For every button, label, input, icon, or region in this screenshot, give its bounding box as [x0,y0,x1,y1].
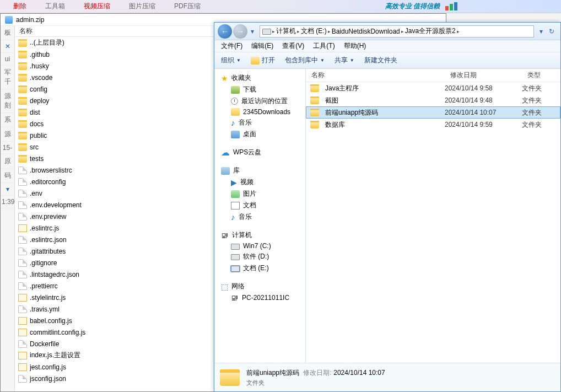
folder-icon [18,51,27,58]
nav-drive-c[interactable]: Win7 (C:) [214,241,305,251]
zip-icon [5,16,13,24]
folder-type: 文件夹 [522,108,560,117]
back-button[interactable]: ← [218,24,232,39]
folder-row[interactable]: Java主程序2024/10/14 9:58文件夹 [306,82,560,94]
breadcrumb-seg: BaiduNetdiskDownload▸ [332,28,404,35]
music-icon: ♪ [231,214,235,221]
archive-left-strip: 板 ✕ ui 军千 源刻 系 源 15- 原 码 ▾ 1:39 [1,26,15,391]
file-icon [18,340,27,348]
folder-icon [310,84,319,92]
addr-dropdown[interactable]: ▾ [537,28,545,35]
nav-videos[interactable]: ▶视频 [214,176,305,188]
nav-downloads[interactable]: 下载 [214,84,305,95]
folder-row[interactable]: 前端uniapp纯源码2024/10/14 10:07文件夹 [306,106,560,119]
navigation-pane: ★收藏夹 下载 最近访问的位置 2345Downloads ♪音乐 桌面 ☁WP… [214,69,306,363]
js-icon [18,352,27,359]
address-bar[interactable]: ▸ 计算机▸ 文档 (E:)▸ BaiduNetdiskDownload▸ Ja… [260,25,534,37]
nav-recent[interactable]: 最近访问的位置 [214,95,305,107]
drive-icon [231,244,240,250]
explorer-menubar: 文件(F) 编辑(E) 查看(V) 工具(T) 帮助(H) [214,40,560,52]
nav-music[interactable]: ♪音乐 [214,117,305,128]
nav-favorites[interactable]: ★收藏夹 [214,72,305,84]
details-type: 文件夹 [246,379,385,387]
folder-date: 2024/10/14 9:59 [445,121,522,128]
organize-button[interactable]: 组织▼ [221,56,241,65]
js-icon [18,363,27,371]
file-icon [18,259,27,267]
nav-drive-d[interactable]: 软件 (D:) [214,251,305,262]
toolbar-video[interactable]: 视频压缩 [84,2,110,11]
nav-pc[interactable]: 🖳PC-20211011IC [214,292,305,303]
refresh-button[interactable]: ↻ [546,28,557,35]
file-icon [18,305,27,313]
drive-icon [231,254,240,260]
nav-drive-e[interactable]: 文档 (E:) [214,262,305,274]
menu-help[interactable]: 帮助(H) [344,41,366,51]
menu-tools[interactable]: 工具(T) [313,41,335,51]
folder-icon [18,74,27,82]
bar-chart-icon [445,2,462,10]
dropdown-icon[interactable]: ▾ [1,183,14,196]
include-button[interactable]: 包含到库中▼ [285,56,325,65]
nav-pictures[interactable]: 图片 [214,188,305,200]
col-name[interactable]: 名称 [306,71,445,80]
folder-name: 截图 [325,96,338,105]
col-type[interactable]: 类型 [522,71,560,80]
nav-2345[interactable]: 2345Downloads [214,107,305,117]
breadcrumb-seg: Java全开源股票2▸ [405,26,460,36]
col-date[interactable]: 修改日期 [445,71,522,80]
nav-wps[interactable]: ☁WPS云盘 [214,147,305,158]
folder-icon [18,143,27,151]
file-icon [18,190,27,197]
file-icon [18,282,27,290]
nav-music2[interactable]: ♪音乐 [214,211,305,223]
background-app-toolbar: 删除 工具箱 视频压缩 图片压缩 PDF压缩 高效专业 值得信赖 [0,0,561,13]
star-icon: ★ [221,74,228,82]
cloud-icon: ☁ [221,149,230,156]
folder-row[interactable]: 数据库2024/10/14 9:59文件夹 [306,119,560,131]
toolbar-pdf[interactable]: PDF压缩 [174,2,201,11]
file-icon [18,236,27,244]
nav-documents[interactable]: 文档 [214,200,305,211]
menu-view[interactable]: 查看(V) [282,41,304,51]
content-header: 名称 修改日期 类型 [306,69,560,82]
nav-libraries[interactable]: 库 [214,165,305,176]
folder-type: 文件夹 [522,84,560,93]
newfolder-button[interactable]: 新建文件夹 [364,56,397,65]
nav-computer[interactable]: 🖳计算机 [214,229,305,241]
folder-icon [231,108,240,116]
nav-desktop[interactable]: 桌面 [214,128,305,140]
folder-icon [18,155,27,163]
folder-name: 数据库 [325,120,345,130]
folder-large-icon [220,369,240,386]
folder-type: 文件夹 [522,96,560,105]
forward-button[interactable]: → [233,24,247,39]
toolbar-delete[interactable]: 删除 [13,2,26,11]
folder-icon [310,96,319,104]
toolbar-image[interactable]: 图片压缩 [129,2,155,11]
share-button[interactable]: 共享▼ [335,56,354,65]
folder-icon [18,62,27,70]
toolbar-toolbox[interactable]: 工具箱 [45,2,65,11]
picture-icon [231,190,240,198]
menu-file[interactable]: 文件(F) [221,41,242,51]
folder-date: 2024/10/14 9:58 [445,84,522,92]
js-icon [18,224,27,232]
folder-date: 2024/10/14 9:48 [445,96,522,104]
video-icon: ▶ [231,178,237,187]
desktop-icon [231,131,240,138]
nav-history-dropdown[interactable]: ▾ [249,28,256,35]
nav-network[interactable]: ⬚网络 [214,281,305,292]
download-icon [231,86,240,94]
drive-icon [262,29,271,35]
file-icon [18,375,27,383]
folder-icon [310,121,319,128]
file-icon [18,213,27,221]
computer-icon: 🖳 [221,231,229,240]
open-button[interactable]: 打开 [251,56,275,65]
music-icon: ♪ [231,120,235,126]
js-icon [18,329,27,336]
folder-row[interactable]: 截图2024/10/14 9:48文件夹 [306,94,560,106]
menu-edit[interactable]: 编辑(E) [251,41,273,51]
breadcrumb-seg: 文档 (E:)▸ [301,26,331,36]
